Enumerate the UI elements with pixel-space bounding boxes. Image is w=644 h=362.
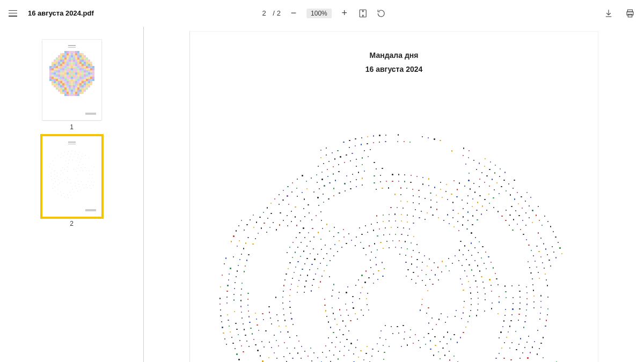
mandala-dots-pattern — [217, 128, 571, 362]
thumbnail-footer-bar — [85, 113, 96, 115]
toolbar-left: 16 августа 2024.pdf — [9, 9, 94, 17]
thumbnail-mandala-colored — [49, 51, 94, 96]
page-viewer[interactable]: Мандала дня 16 августа 2024 — [144, 27, 644, 362]
thumbnail-text-placeholder — [68, 142, 76, 144]
thumbnail-item: 2 — [42, 136, 101, 227]
print-button[interactable] — [625, 8, 635, 19]
page-indicator: 2 / 2 — [258, 8, 281, 19]
thumbnail-mandala-dots — [49, 147, 94, 201]
page-separator: / — [273, 9, 275, 17]
toolbar: 16 августа 2024.pdf 2 / 2 − 100% + — [0, 0, 644, 27]
thumbnail-sidebar[interactable]: 1 2 — [0, 27, 144, 362]
toolbar-center: 2 / 2 − 100% + — [258, 8, 386, 19]
toolbar-right — [603, 8, 635, 19]
document-filename: 16 августа 2024.pdf — [28, 9, 94, 17]
thumbnail-page-2[interactable] — [42, 136, 101, 217]
thumbnail-number: 2 — [70, 220, 74, 227]
menu-icon[interactable] — [9, 10, 17, 17]
page-subtitle: 16 августа 2024 — [201, 65, 587, 73]
main: 1 2 Мандала дня 16 августа 2024 — [0, 27, 644, 362]
fit-page-button[interactable] — [357, 8, 368, 19]
thumbnail-item: 1 — [42, 40, 101, 131]
page-total: 2 — [277, 9, 281, 17]
thumbnail-footer-bar — [85, 209, 96, 211]
svg-rect-5 — [628, 14, 632, 17]
page-title: Мандала дня — [201, 51, 587, 60]
download-button[interactable] — [603, 8, 614, 19]
zoom-out-button[interactable]: − — [288, 8, 299, 19]
rotate-button[interactable] — [376, 8, 386, 19]
page-current-input[interactable]: 2 — [258, 8, 270, 19]
zoom-in-button[interactable]: + — [339, 8, 350, 19]
thumbnail-number: 1 — [70, 123, 74, 131]
thumbnail-page-1[interactable] — [42, 40, 101, 120]
zoom-level[interactable]: 100% — [306, 9, 332, 18]
thumbnail-text-placeholder — [68, 45, 76, 48]
page-canvas: Мандала дня 16 августа 2024 — [190, 31, 598, 362]
